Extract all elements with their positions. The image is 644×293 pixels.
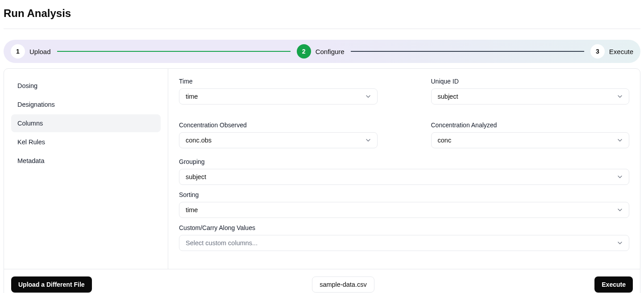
step-label-execute: Execute <box>609 48 633 55</box>
upload-different-file-button[interactable]: Upload a Different File <box>11 276 92 293</box>
custom-label: Custom/Carry Along Values <box>179 224 629 231</box>
time-select-value: time <box>186 93 198 100</box>
chevron-down-icon <box>616 206 623 213</box>
execute-button[interactable]: Execute <box>594 276 633 293</box>
sidebar-item-dosing[interactable]: Dosing <box>11 77 161 95</box>
sidebar-item-designations[interactable]: Designations <box>11 96 161 113</box>
chevron-down-icon <box>616 173 623 180</box>
conc-ana-label: Concentration Analyzed <box>431 121 630 129</box>
configuration-card: Dosing Designations Columns Kel Rules Me… <box>4 68 640 293</box>
chevron-down-icon <box>616 137 623 144</box>
custom-select-placeholder: Select custom columns... <box>186 239 258 247</box>
step-configure[interactable]: 2 Configure <box>297 44 345 59</box>
time-select[interactable]: time <box>179 88 378 105</box>
grouping-label: Grouping <box>179 158 629 165</box>
stepper-connector-2 <box>351 51 584 52</box>
card-footer: Upload a Different File sample-data.csv … <box>4 269 640 293</box>
stepper-connector-1 <box>57 51 291 52</box>
step-execute[interactable]: 3 Execute <box>590 44 633 59</box>
step-number-1: 1 <box>11 44 25 59</box>
sorting-select-value: time <box>186 206 198 213</box>
sidebar-item-columns[interactable]: Columns <box>11 114 161 132</box>
step-number-2: 2 <box>297 44 311 59</box>
stepper: 1 Upload 2 Configure 3 Execute <box>4 40 640 63</box>
config-sidebar: Dosing Designations Columns Kel Rules Me… <box>4 69 168 269</box>
page-title: Run Analysis <box>4 4 640 29</box>
sorting-label: Sorting <box>179 191 629 198</box>
current-file-chip: sample-data.csv <box>312 276 374 293</box>
step-label-upload: Upload <box>29 48 51 55</box>
unique-id-label: Unique ID <box>431 78 630 85</box>
unique-id-select-value: subject <box>438 93 458 100</box>
conc-obs-select-value: conc.obs <box>186 137 212 144</box>
sorting-select[interactable]: time <box>179 202 629 218</box>
custom-select[interactable]: Select custom columns... <box>179 235 629 251</box>
conc-obs-select[interactable]: conc.obs <box>179 132 378 148</box>
sidebar-item-metadata[interactable]: Metadata <box>11 152 161 170</box>
step-upload[interactable]: 1 Upload <box>11 44 51 59</box>
grouping-select-value: subject <box>186 173 206 180</box>
step-number-3: 3 <box>590 44 605 59</box>
conc-obs-label: Concentration Observed <box>179 121 378 129</box>
conc-ana-select-value: conc <box>438 137 452 144</box>
chevron-down-icon <box>365 137 372 144</box>
columns-form: Time time Unique ID subject <box>168 69 640 269</box>
time-label: Time <box>179 78 378 85</box>
unique-id-select[interactable]: subject <box>431 88 630 105</box>
chevron-down-icon <box>616 93 623 100</box>
chevron-down-icon <box>616 239 623 247</box>
sidebar-item-kel-rules[interactable]: Kel Rules <box>11 133 161 151</box>
grouping-select[interactable]: subject <box>179 169 629 185</box>
step-label-configure: Configure <box>316 48 345 55</box>
conc-ana-select[interactable]: conc <box>431 132 630 148</box>
chevron-down-icon <box>365 93 372 100</box>
